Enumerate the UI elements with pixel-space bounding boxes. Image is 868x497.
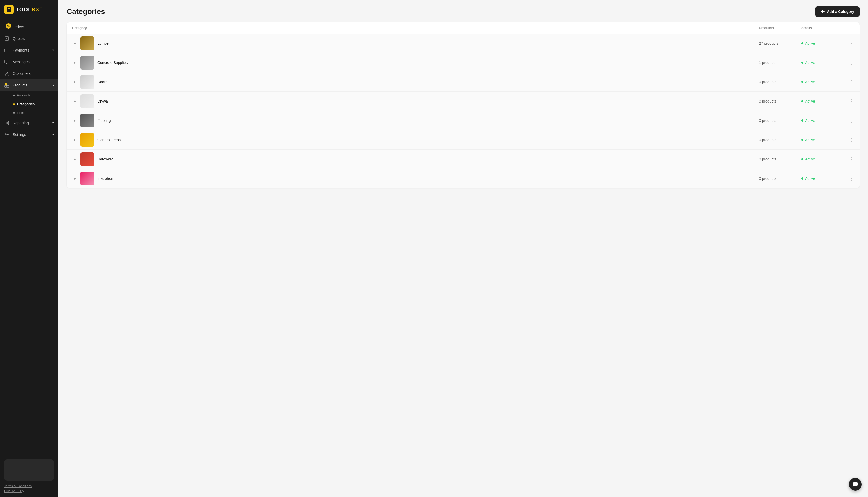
- products-count-insulation: 0 products: [759, 176, 801, 181]
- status-label-general: Active: [805, 138, 815, 142]
- status-label-hardware: Active: [805, 157, 815, 161]
- sidebar-item-products[interactable]: Products ▴: [0, 79, 58, 91]
- terms-link[interactable]: Terms & Conditions: [4, 484, 54, 488]
- thumbnail-drywall: [81, 94, 94, 108]
- category-name-concrete[interactable]: Concrete Supplies: [97, 60, 127, 65]
- sub-label-lists: Lists: [17, 111, 24, 115]
- sidebar-item-reporting[interactable]: Reporting ▾: [0, 117, 58, 129]
- actions-menu-insulation[interactable]: ⋮⋮: [844, 175, 854, 181]
- logo[interactable]: T TOOLBX™: [0, 0, 58, 19]
- main-content: Categories Add a Category Category Produ…: [58, 0, 868, 497]
- table-row: ▶ Doors 0 products Active ⋮⋮: [67, 72, 859, 92]
- settings-icon: [4, 132, 10, 137]
- orders-label: Orders: [13, 25, 24, 29]
- expand-icon-drywall[interactable]: ▶: [72, 99, 77, 103]
- chat-bubble-button[interactable]: [849, 478, 862, 491]
- expand-icon-concrete[interactable]: ▶: [72, 61, 77, 65]
- products-label: Products: [13, 83, 27, 87]
- products-icon: [4, 83, 10, 88]
- messages-icon: [4, 59, 10, 65]
- expand-icon-doors[interactable]: ▶: [72, 80, 77, 84]
- quotes-label: Quotes: [13, 37, 25, 41]
- table-row: ▶ Flooring 0 products Active ⋮⋮: [67, 111, 859, 130]
- svg-point-12: [6, 72, 8, 73]
- sub-label-products: Products: [17, 93, 30, 97]
- thumbnail-insulation: [81, 172, 94, 185]
- messages-label: Messages: [13, 60, 30, 64]
- category-name-general[interactable]: General Items: [97, 138, 121, 142]
- sidebar-item-orders[interactable]: 45 Orders: [0, 21, 58, 33]
- table-row: ▶ General Items 0 products Active ⋮⋮: [67, 130, 859, 150]
- sub-dot-lists: [13, 112, 15, 114]
- categories-table: Category Products Status ▶ Lumber 27 pro…: [67, 22, 859, 188]
- actions-menu-flooring[interactable]: ⋮⋮: [844, 118, 854, 124]
- sidebar-item-customers[interactable]: Customers: [0, 68, 58, 79]
- status-dot-lumber: [801, 42, 803, 44]
- logo-text: TOOLBX™: [16, 6, 42, 13]
- products-count-hardware: 0 products: [759, 157, 801, 161]
- actions-menu-doors[interactable]: ⋮⋮: [844, 79, 854, 85]
- table-row: ▶ Insulation 0 products Active ⋮⋮: [67, 169, 859, 188]
- payments-label: Payments: [13, 48, 29, 52]
- actions-menu-concrete[interactable]: ⋮⋮: [844, 60, 854, 66]
- status-dot-general: [801, 139, 803, 141]
- status-dot-concrete: [801, 61, 803, 64]
- status-hardware: Active: [801, 157, 844, 161]
- upgrade-box: [4, 459, 54, 481]
- sidebar-subitem-lists[interactable]: Lists: [0, 109, 58, 117]
- sidebar-item-settings[interactable]: Settings ▾: [0, 129, 58, 140]
- expand-icon-hardware[interactable]: ▶: [72, 157, 77, 161]
- status-lumber: Active: [801, 41, 844, 45]
- expand-icon-flooring[interactable]: ▶: [72, 119, 77, 123]
- sub-dot-categories: [13, 103, 15, 105]
- status-drywall: Active: [801, 99, 844, 103]
- expand-icon-general[interactable]: ▶: [72, 138, 77, 142]
- status-insulation: Active: [801, 176, 844, 181]
- category-name-doors[interactable]: Doors: [97, 80, 107, 84]
- add-category-button[interactable]: Add a Category: [815, 6, 859, 17]
- svg-rect-13: [5, 83, 6, 85]
- svg-rect-9: [5, 49, 9, 52]
- table-row: ▶ Drywall 0 products Active ⋮⋮: [67, 92, 859, 111]
- sidebar-item-payments[interactable]: Payments ▾: [0, 44, 58, 56]
- footer-links: Terms & Conditions Privacy Policy: [4, 484, 54, 493]
- actions-menu-hardware[interactable]: ⋮⋮: [844, 156, 854, 162]
- privacy-link[interactable]: Privacy Policy: [4, 489, 54, 493]
- status-dot-hardware: [801, 158, 803, 160]
- sidebar: T TOOLBX™ 45 Orders Quotes Payments: [0, 0, 58, 497]
- category-name-lumber[interactable]: Lumber: [97, 41, 110, 45]
- sidebar-item-messages[interactable]: Messages: [0, 56, 58, 68]
- expand-icon-insulation[interactable]: ▶: [72, 176, 77, 180]
- category-name-hardware[interactable]: Hardware: [97, 157, 113, 161]
- status-dot-insulation: [801, 178, 803, 180]
- products-count-doors: 0 products: [759, 80, 801, 84]
- page-title: Categories: [67, 8, 105, 16]
- row-category-drywall: ▶ Drywall: [72, 94, 759, 108]
- status-label-concrete: Active: [805, 60, 815, 65]
- reporting-chevron: ▾: [52, 121, 54, 125]
- category-name-insulation[interactable]: Insulation: [97, 176, 113, 181]
- actions-menu-general[interactable]: ⋮⋮: [844, 137, 854, 143]
- products-count-flooring: 0 products: [759, 118, 801, 123]
- row-category-concrete: ▶ Concrete Supplies: [72, 56, 759, 70]
- table-row: ▶ Concrete Supplies 1 product Active ⋮⋮: [67, 53, 859, 72]
- products-count-general: 0 products: [759, 138, 801, 142]
- category-name-drywall[interactable]: Drywall: [97, 99, 110, 103]
- row-category-hardware: ▶ Hardware: [72, 152, 759, 166]
- expand-icon-lumber[interactable]: ▶: [72, 42, 77, 45]
- sidebar-subitem-products[interactable]: Products: [0, 91, 58, 100]
- actions-menu-drywall[interactable]: ⋮⋮: [844, 98, 854, 104]
- col-actions: [844, 26, 854, 30]
- row-category-general: ▶ General Items: [72, 133, 759, 147]
- products-count-drywall: 0 products: [759, 99, 801, 103]
- sidebar-item-quotes[interactable]: Quotes: [0, 33, 58, 44]
- chat-icon: [852, 481, 858, 487]
- sidebar-subitem-categories[interactable]: Categories: [0, 100, 58, 109]
- orders-badge: 45: [6, 23, 11, 29]
- category-name-flooring[interactable]: Flooring: [97, 118, 111, 123]
- status-label-drywall: Active: [805, 99, 815, 103]
- table-row: ▶ Hardware 0 products Active ⋮⋮: [67, 150, 859, 169]
- thumbnail-flooring: [81, 114, 94, 127]
- actions-menu-lumber[interactable]: ⋮⋮: [844, 40, 854, 46]
- status-dot-doors: [801, 81, 803, 83]
